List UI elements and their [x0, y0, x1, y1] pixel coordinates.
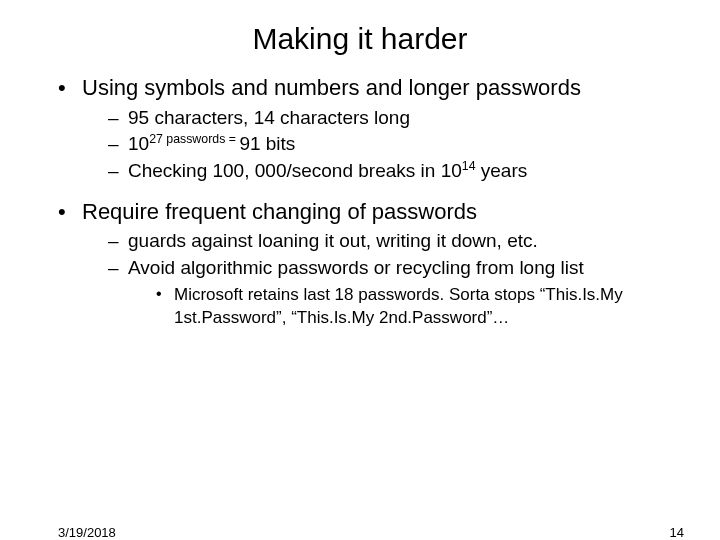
- sub-text-part: 10: [128, 133, 149, 154]
- bullet-item: Using symbols and numbers and longer pas…: [58, 74, 684, 184]
- sub-item: Avoid algorithmic passwords or recycling…: [108, 256, 684, 329]
- slide: Making it harder Using symbols and numbe…: [0, 22, 720, 540]
- sub-text-part: Checking 100, 000/second breaks in 10: [128, 160, 462, 181]
- sub-text-part: years: [476, 160, 528, 181]
- bullet-text: Using symbols and numbers and longer pas…: [82, 75, 581, 100]
- bullet-item: Require frequent changing of passwords g…: [58, 198, 684, 329]
- bullet-list: Using symbols and numbers and longer pas…: [0, 74, 720, 329]
- sub-list: 95 characters, 14 characters long 1027 p…: [82, 106, 684, 184]
- footer-date: 3/19/2018: [58, 525, 116, 540]
- sub-text-part: 91 bits: [239, 133, 295, 154]
- sub-item: guards against loaning it out, writing i…: [108, 229, 684, 254]
- superscript: 27 passwords =: [149, 132, 239, 146]
- sub-item: 1027 passwords = 91 bits: [108, 132, 684, 157]
- slide-title: Making it harder: [0, 22, 720, 56]
- footer-page: 14: [670, 525, 684, 540]
- superscript: 14: [462, 159, 476, 173]
- sub-item: Checking 100, 000/second breaks in 1014 …: [108, 159, 684, 184]
- bullet-text: Require frequent changing of passwords: [82, 199, 477, 224]
- sub-text: Avoid algorithmic passwords or recycling…: [128, 257, 584, 278]
- sub-list: guards against loaning it out, writing i…: [82, 229, 684, 329]
- sub-sub-list: Microsoft retains last 18 passwords. Sor…: [128, 284, 684, 328]
- sub-sub-item: Microsoft retains last 18 passwords. Sor…: [156, 284, 684, 328]
- sub-text: guards against loaning it out, writing i…: [128, 230, 538, 251]
- sub-sub-text: Microsoft retains last 18 passwords. Sor…: [174, 285, 623, 326]
- sub-item: 95 characters, 14 characters long: [108, 106, 684, 131]
- sub-text: 95 characters, 14 characters long: [128, 107, 410, 128]
